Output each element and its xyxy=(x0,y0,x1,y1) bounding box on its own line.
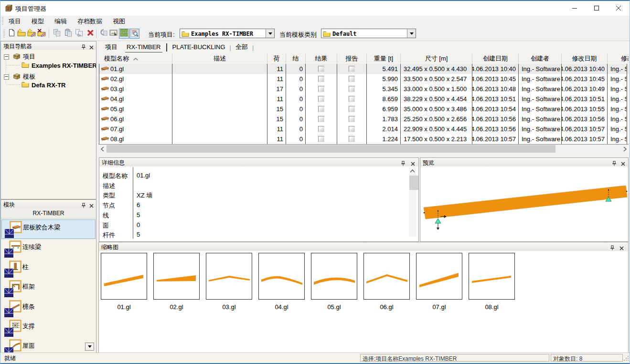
module-item-frame[interactable]: 框架 xyxy=(1,279,96,298)
current-project-dropdown-button[interactable] xyxy=(266,29,274,38)
column-header-9[interactable]: 创建者 xyxy=(519,53,562,64)
tree-node-templates[interactable]: 模板 xyxy=(4,73,35,81)
thumbnail-image[interactable] xyxy=(469,253,515,300)
model-name[interactable]: 03.gl xyxy=(110,85,124,93)
thumbnail-image[interactable] xyxy=(416,253,462,300)
table-row-07.gl[interactable]: 07.gl1102.01422.909 x 0.500 x 4.44514.06… xyxy=(98,124,629,134)
model-name[interactable]: 02.gl xyxy=(110,75,124,83)
paste-button[interactable] xyxy=(63,29,73,39)
image-button[interactable] xyxy=(108,29,118,39)
tree-node-projects[interactable]: 项目 xyxy=(4,52,35,61)
thumbnail-08.gl[interactable]: 08.gl xyxy=(469,253,515,311)
model-name[interactable]: 04.gl xyxy=(110,95,124,103)
module-item-column[interactable]: 柱 xyxy=(1,259,96,279)
cell-cb1[interactable] xyxy=(306,94,337,104)
model-name[interactable]: 06.gl xyxy=(110,115,124,123)
delete-button[interactable] xyxy=(85,29,96,39)
tab-plate-buckling[interactable]: PLATE-BUCKLING xyxy=(169,41,229,53)
cell-cb2[interactable] xyxy=(337,134,367,144)
report-checkbox[interactable] xyxy=(349,116,355,122)
thumbnail-01.gl[interactable]: 01.gl xyxy=(101,253,147,311)
results-checkbox[interactable] xyxy=(318,136,324,142)
resize-grip[interactable] xyxy=(623,355,629,363)
scroll-left-arrow[interactable] xyxy=(98,145,107,153)
table-row-06.gl[interactable]: 06.gl1501.78325.250 x 0.500 x 2.65614.06… xyxy=(98,114,629,124)
module-item-purlin[interactable]: 檩条 xyxy=(1,299,96,318)
menu-project[interactable]: 项目 xyxy=(3,16,26,27)
cell-cb2[interactable] xyxy=(337,64,367,74)
tree-node-examples-rx-timber[interactable]: Examples RX-TIMBER xyxy=(21,62,96,69)
scroll-up-arrow[interactable] xyxy=(409,167,416,175)
thumbnail-image[interactable] xyxy=(258,253,305,300)
results-checkbox[interactable] xyxy=(318,66,324,72)
column-header-3[interactable]: 结 xyxy=(286,53,306,64)
thumbnail-image[interactable] xyxy=(206,253,252,300)
thumbnail-view-button[interactable] xyxy=(119,29,129,39)
thumbnail-image[interactable] xyxy=(363,253,410,300)
model-name[interactable]: 05.gl xyxy=(110,105,124,113)
tab-rx-timber[interactable]: RX-TIMBER xyxy=(123,41,164,53)
delete-project-folder-button[interactable] xyxy=(36,29,46,39)
menu-archive[interactable]: 存档数据 xyxy=(72,16,107,27)
cell-cb1[interactable] xyxy=(306,84,337,94)
report-checkbox[interactable] xyxy=(349,76,355,82)
current-project-combobox[interactable]: Examples RX-TIMBER xyxy=(180,29,275,38)
cell-cb2[interactable] xyxy=(337,124,367,134)
tab-project[interactable]: 项目 xyxy=(98,41,123,53)
report-checkbox[interactable] xyxy=(349,96,355,102)
cell-cb1[interactable] xyxy=(306,124,337,134)
thumbnail-04.gl[interactable]: 04.gl xyxy=(258,253,305,311)
results-checkbox[interactable] xyxy=(318,76,324,82)
detail-view-button[interactable] xyxy=(129,29,139,39)
table-row-03.gl[interactable]: 03.gl1705.34533.000 x 0.500 x 1.50014.06… xyxy=(98,84,629,94)
model-name[interactable]: 08.gl xyxy=(110,135,124,143)
column-header-5[interactable]: 报告 xyxy=(337,53,367,64)
edit-project-folder-button[interactable] xyxy=(26,29,36,39)
results-checkbox[interactable] xyxy=(318,116,324,122)
collapse-icon[interactable] xyxy=(4,54,9,60)
column-header-4[interactable]: 结果 xyxy=(306,53,337,64)
maximize-button[interactable] xyxy=(586,1,608,16)
copy-model-button[interactable] xyxy=(74,29,84,39)
column-header-6[interactable]: 重量 [t] xyxy=(367,53,401,64)
column-header-11[interactable]: 修改者 xyxy=(608,53,629,64)
menu-edit[interactable]: 编辑 xyxy=(49,16,72,27)
cell-cb2[interactable] xyxy=(337,94,367,104)
menu-view[interactable]: 视图 xyxy=(107,16,130,27)
scrollbar-thumb[interactable] xyxy=(409,176,418,190)
new-project-folder-button[interactable] xyxy=(16,29,26,39)
toolbar-grip[interactable] xyxy=(3,30,5,38)
report-checkbox[interactable] xyxy=(349,136,355,142)
module-item-glulam[interactable]: 层板胶合木梁 xyxy=(1,219,96,239)
results-checkbox[interactable] xyxy=(318,86,324,92)
details-scrollbar[interactable] xyxy=(409,167,416,237)
menu-model[interactable]: 模型 xyxy=(26,16,49,27)
table-row-04.gl[interactable]: 04.gl1108.65938.229 x 0.500 x 4.45414.06… xyxy=(98,94,629,104)
template-category-combobox[interactable]: Default xyxy=(321,29,416,38)
module-item-roof[interactable]: 屋面 xyxy=(1,338,96,353)
column-header-8[interactable]: 创建日期 xyxy=(472,53,519,64)
module-item-bracing[interactable]: 支撑 xyxy=(1,318,96,338)
table-row-02.gl[interactable]: 02.gl1105.99033.500 x 0.500 x 2.54714.06… xyxy=(98,74,629,84)
report-checkbox[interactable] xyxy=(349,126,355,132)
module-scroll-down-button[interactable] xyxy=(85,343,94,351)
results-checkbox[interactable] xyxy=(318,106,324,112)
collapse-icon[interactable] xyxy=(4,74,9,80)
model-name[interactable]: 07.gl xyxy=(110,125,124,133)
cell-cb2[interactable] xyxy=(337,74,367,84)
report-checkbox[interactable] xyxy=(349,106,355,112)
column-header-1[interactable]: 描述 xyxy=(172,53,267,64)
column-header-2[interactable]: 荷 xyxy=(267,53,286,64)
thumbnail-02.gl[interactable]: 02.gl xyxy=(153,253,200,311)
minimize-button[interactable] xyxy=(564,1,586,16)
scroll-right-arrow[interactable] xyxy=(620,145,629,153)
cell-cb1[interactable] xyxy=(306,74,337,84)
results-checkbox[interactable] xyxy=(318,126,324,132)
tree-node-default-template[interactable]: Defa RX-TR xyxy=(21,81,66,89)
tree-node-label[interactable]: Examples RX-TIMBER xyxy=(32,62,96,69)
cell-cb1[interactable] xyxy=(306,134,337,144)
tree-node-label[interactable]: Defa RX-TR xyxy=(32,82,66,89)
tree-node-label[interactable]: 模板 xyxy=(23,73,35,81)
table-row-08.gl[interactable]: 08.gl1101.22417.500 x 0.500 x 2.21314.06… xyxy=(98,134,629,144)
tab-all[interactable]: 全部 xyxy=(232,41,251,53)
